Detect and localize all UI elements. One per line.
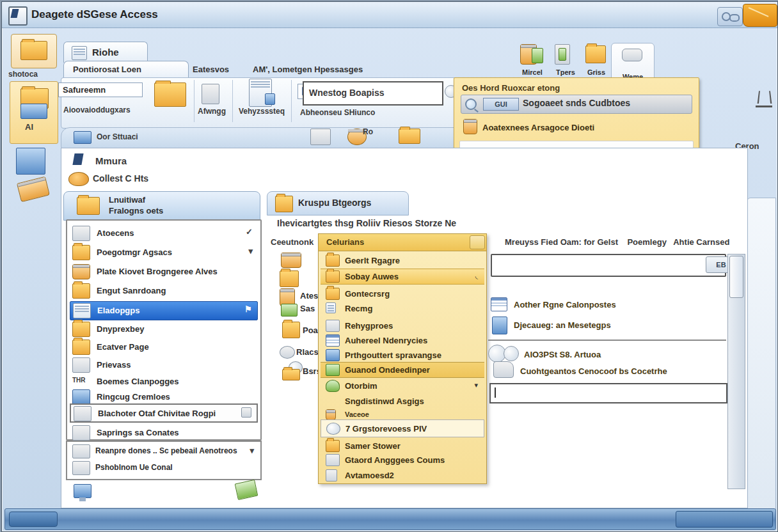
- menu-item[interactable]: Recmg: [321, 301, 484, 316]
- navigation-list: Atoecens ✓ Poegotmgr Agsacs ▾ Plate Kiov…: [66, 219, 262, 441]
- chevron-down-icon: ▾: [248, 246, 253, 256]
- footer-item-label: Pshoblnom Ue Conal: [95, 463, 173, 472]
- menu-item-highlighted[interactable]: Sobay Auwes ◟: [321, 269, 484, 285]
- mouse-icon: [622, 49, 642, 61]
- rail-label: shotoca: [8, 70, 38, 79]
- app-icon: [8, 6, 28, 26]
- menu-item[interactable]: Samer Stower: [321, 439, 484, 453]
- chart-icon[interactable]: [74, 131, 91, 144]
- menu-item-label: Geerlt Rgagre: [345, 256, 400, 265]
- list-item-label: Boemes Clanpogges: [97, 377, 179, 386]
- list-item-label: Dnyprexbey: [97, 324, 144, 334]
- menu-item[interactable]: Gontecrsrg: [321, 286, 484, 301]
- footer-item[interactable]: Reanpre dones .. Sc pebeail Aenotreos ▾: [70, 443, 258, 460]
- left-panel-tab[interactable]: Lnuitiwaf Fralogns oets: [63, 191, 260, 221]
- tab-home[interactable]: Riohe: [63, 42, 148, 63]
- right-panel-input[interactable]: [491, 254, 726, 277]
- list-item[interactable]: Prievass: [70, 356, 258, 374]
- office-menu-button[interactable]: [11, 34, 57, 68]
- menu-item-boxed[interactable]: 7 Grgstorevoess PIV: [321, 419, 484, 437]
- keyboard-icon: [326, 454, 340, 466]
- toolbar-button-tpers[interactable]: Tpers: [551, 43, 580, 76]
- menu-item[interactable]: Rehygproes: [321, 318, 484, 333]
- menu-item[interactable]: Auhereel Ndenrycies: [321, 333, 484, 348]
- right-item[interactable]: Aother Rgne Calonpostes: [514, 300, 616, 309]
- dropdown-search-bar[interactable]: GUI Sogoaeet snds Cudbtoes: [461, 95, 692, 114]
- list-item-boxed[interactable]: Blachoter Otaf Chivitae Rogpi: [70, 403, 258, 423]
- folder-icon[interactable]: [399, 129, 420, 144]
- toolbar-button-label: Tpers: [551, 68, 580, 76]
- status-left-segment: [9, 512, 58, 527]
- menu-item[interactable]: Geerlt Rgagre: [321, 253, 484, 268]
- toolbar-button-weme[interactable]: Weme: [611, 43, 655, 81]
- right-item[interactable]: Djecaueg: an Mesetegps: [514, 320, 611, 330]
- menu-item[interactable]: Avtamoesd2: [321, 468, 484, 483]
- list-item[interactable]: Dnyprexbey: [70, 320, 258, 338]
- item-icon: [72, 425, 90, 441]
- toolbar-button-mircel[interactable]: Mircel: [518, 43, 547, 76]
- menu-corner-button[interactable]: [470, 235, 485, 249]
- ribbon-field[interactable]: Safureemn: [58, 82, 143, 97]
- item-icon: [72, 389, 90, 405]
- rail-highlight-button[interactable]: [10, 81, 58, 144]
- list-item[interactable]: Poegotmgr Agsacs ▾: [70, 244, 258, 262]
- menu-item[interactable]: Prthgouttert spravangse: [321, 348, 484, 363]
- ribbon-group3-label: Vehyzsssteq: [239, 107, 285, 116]
- paw-icon[interactable]: [280, 346, 295, 359]
- mid-item-label[interactable]: Rlacs: [296, 347, 319, 357]
- fish-icon[interactable]: [281, 253, 301, 268]
- box-icon[interactable]: [16, 148, 45, 175]
- context-menu-header: Celurians: [319, 234, 486, 251]
- list-item[interactable]: Saprings sa Conates: [70, 424, 258, 442]
- row2-left-label: Oor Sttuaci: [97, 132, 138, 141]
- mid-item-label[interactable]: Ates: [300, 291, 318, 301]
- list-item[interactable]: Ecatver Page: [70, 338, 258, 356]
- list-item-label: Prievass: [97, 360, 131, 370]
- book-icon[interactable]: [281, 304, 298, 317]
- clipboard-icon[interactable]: [202, 84, 219, 104]
- tab-database-tools[interactable]: Pontiorosat Loen: [63, 61, 189, 78]
- vertical-scrollbar[interactable]: [727, 254, 745, 489]
- keyboard-icon: [326, 320, 340, 332]
- list-item[interactable]: Engut Sanrdoang: [70, 282, 258, 300]
- menu-item[interactable]: Otorbim ▾: [321, 379, 484, 393]
- list-icon: [77, 197, 100, 215]
- right-item[interactable]: AIO3PSt S8. Artuoa: [524, 350, 601, 359]
- computer-icon[interactable]: [74, 484, 91, 498]
- mid-item-label[interactable]: Sas: [300, 304, 315, 313]
- list-item-label: Atoecens: [97, 228, 134, 238]
- ribbon-search-box[interactable]: Wnestog Boapiss: [303, 81, 443, 106]
- menu-item-band[interactable]: Guanod Ondeedinper: [321, 362, 484, 378]
- dropdown-item[interactable]: Aoatexnees Arsagoce Dioeti: [482, 123, 594, 132]
- folder-icon[interactable]: [280, 270, 299, 287]
- chevron-down-icon: ▾: [474, 381, 478, 389]
- list-item-selected[interactable]: Eladopgps ⚑: [70, 301, 258, 320]
- folder-icon[interactable]: [282, 369, 300, 380]
- list-item-label: Blachoter Otaf Chivitae Rogpi: [98, 409, 216, 418]
- middle-tab[interactable]: Kruspu Btgeorgs: [267, 191, 409, 215]
- folder-stack-icon[interactable]: [154, 82, 186, 107]
- toolbar-button-griss[interactable]: Griss: [582, 43, 611, 76]
- text-caret: [495, 387, 496, 398]
- footer-item[interactable]: Pshoblnom Ue Conal: [70, 460, 258, 476]
- window-tools-button[interactable]: [717, 7, 743, 26]
- right-panel-input2[interactable]: [489, 383, 727, 403]
- main-heading: Mmura: [95, 155, 127, 166]
- list-item[interactable]: Atoecens ✓: [70, 224, 258, 242]
- jar-icon: [463, 119, 477, 134]
- menu-item[interactable]: Gtaord Angggees Coums: [321, 453, 484, 467]
- book-icon: [326, 349, 340, 361]
- folder-icon[interactable]: [282, 322, 300, 338]
- list-item[interactable]: Plate Kiovet Brogngeree Alves: [70, 263, 258, 281]
- scrollbar-thumb[interactable]: [729, 256, 743, 298]
- item-icon: [72, 264, 90, 279]
- note-icon: [72, 461, 90, 475]
- chevron-down-icon: ▾: [250, 446, 254, 455]
- right-item[interactable]: Cuohtgeantos Cenocoof bs Cocetrhe: [520, 366, 667, 376]
- books-icon[interactable]: [17, 176, 50, 202]
- close-button[interactable]: [743, 4, 777, 27]
- mouse-orange-icon: [68, 172, 89, 186]
- menu-item[interactable]: Sngdistinwd Asgigs: [321, 394, 484, 409]
- drawer-icon[interactable]: [310, 129, 331, 145]
- report-icon[interactable]: [249, 79, 272, 107]
